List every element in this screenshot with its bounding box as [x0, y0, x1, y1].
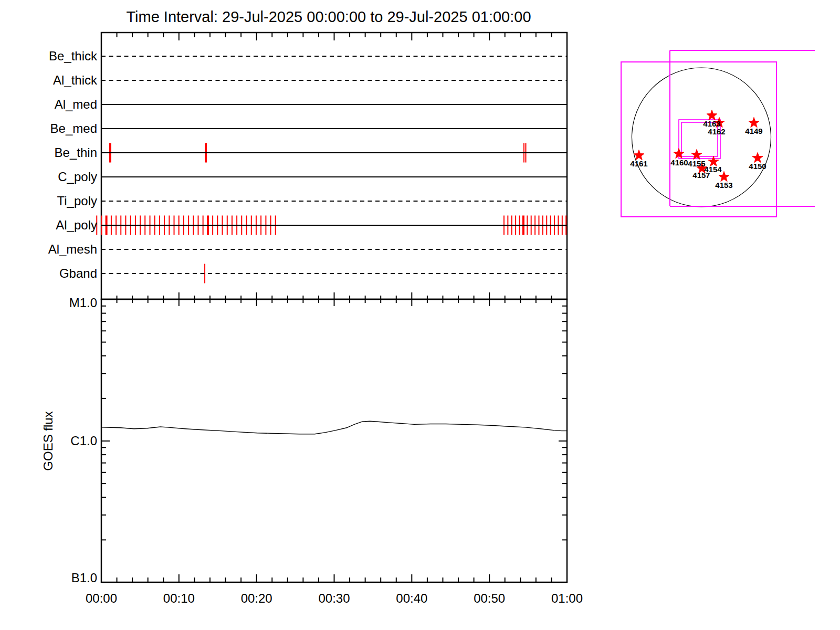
goes-y-axis-ticks	[101, 306, 567, 540]
filter-row-Ti_poly: Ti_poly	[57, 194, 567, 208]
goes-flux-curve	[101, 421, 567, 434]
y-tick-label: C1.0	[70, 434, 97, 448]
goes-curve-group	[101, 421, 567, 434]
time-axis-ticks	[117, 33, 552, 582]
page-title: Time Interval: 29-Jul-2025 00:00:00 to 2…	[126, 8, 531, 25]
filter-row-Be_med: Be_med	[50, 121, 567, 135]
goes-panel-border	[101, 299, 567, 582]
y-tick-label: B1.0	[71, 571, 97, 585]
generated-graphics: Be_thickAl_thickAl_medBe_medBe_thinC_pol…	[48, 33, 815, 605]
active-region-label: 4162	[708, 127, 725, 136]
filter-label: Be_thin	[55, 145, 97, 160]
filter-row-C_poly: C_poly	[58, 170, 567, 184]
filter-label: Al_mesh	[48, 242, 97, 256]
fov-rectangle-1	[621, 62, 776, 217]
x-tick-label: 00:30	[318, 591, 350, 605]
active-region-label: 4149	[745, 127, 762, 135]
filter-label: C_poly	[58, 170, 97, 184]
solar-disk-map: 4163416241494161416041554154415741534150	[621, 50, 815, 217]
xrt-goes-observation-plot: Time Interval: 29-Jul-2025 00:00:00 to 2…	[0, 0, 840, 630]
active-region-label: 4157	[692, 171, 710, 180]
filter-row-Al_poly: Al_poly	[56, 216, 567, 235]
filter-label: Al_thick	[53, 73, 98, 87]
filter-label: Be_med	[50, 121, 97, 135]
x-tick-label: 00:00	[86, 591, 117, 605]
x-tick-label: 00:50	[474, 591, 505, 605]
filter-row-Al_thick: Al_thick	[53, 73, 567, 87]
y-tick-label: M1.0	[69, 296, 97, 310]
filter-rows: Be_thickAl_thickAl_medBe_medBe_thinC_pol…	[48, 49, 567, 283]
active-region-label: 4153	[715, 181, 732, 190]
solar-limb-circle	[632, 68, 771, 207]
x-tick-label: 00:10	[163, 591, 195, 605]
filter-row-Be_thick: Be_thick	[49, 49, 567, 63]
plot-svg: Time Interval: 29-Jul-2025 00:00:00 to 2…	[0, 0, 840, 630]
x-tick-label: 00:40	[396, 591, 427, 605]
active-region-label: 4155	[688, 159, 705, 168]
active-region-star	[752, 153, 763, 163]
panel-borders	[101, 33, 567, 582]
active-region-label: 4160	[670, 158, 688, 167]
filter-label: Be_thick	[49, 49, 98, 63]
active-region-label: 4150	[749, 162, 766, 171]
axis-labels: 00:0000:1000:2000:3000:4000:5001:00M1.0C…	[69, 296, 583, 605]
filter-label: Gband	[59, 266, 97, 280]
active-region-star	[691, 150, 702, 160]
filter-row-Gband: Gband	[59, 264, 567, 284]
filter-row-Be_thin: Be_thin	[55, 143, 567, 163]
active-region-star	[707, 110, 717, 120]
filter-label: Ti_poly	[57, 194, 97, 208]
active-region-label: 4161	[630, 159, 647, 168]
x-tick-label: 01:00	[551, 591, 583, 605]
x-tick-label: 00:20	[241, 591, 272, 605]
active-region-star	[749, 118, 759, 128]
fov-rectangle-2	[670, 50, 815, 206]
filter-row-Al_mesh: Al_mesh	[48, 242, 567, 256]
goes-y-axis-label: GOES flux	[41, 411, 55, 470]
filter-panel-border	[101, 33, 567, 299]
filter-label: Al_poly	[56, 218, 97, 232]
filter-label: Al_med	[55, 97, 97, 111]
filter-row-Al_med: Al_med	[55, 97, 567, 111]
